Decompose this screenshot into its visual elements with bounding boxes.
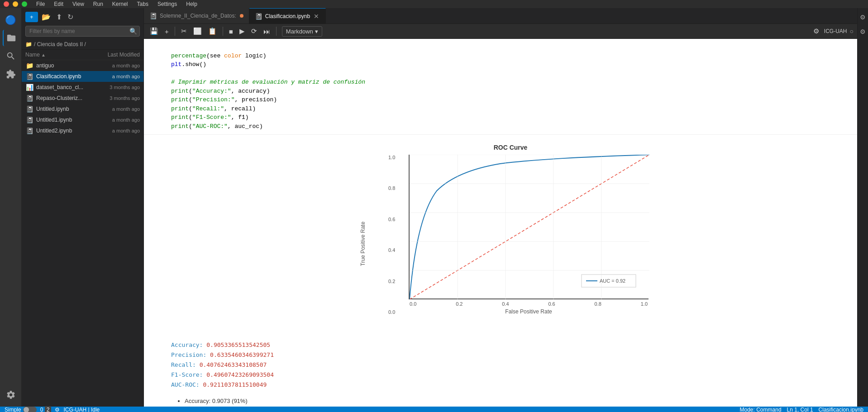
activity-home[interactable]: 🔵 bbox=[3, 12, 19, 28]
x-axis-label: False Positive Rate bbox=[409, 308, 649, 315]
right-panel: ⚙ ⚙ bbox=[857, 8, 868, 407]
x-axis-ticks: 0.0 0.2 0.4 0.6 0.8 1.0 bbox=[409, 301, 649, 307]
folder-icon: 📁 bbox=[25, 62, 33, 70]
add-cell-button[interactable]: + bbox=[162, 26, 171, 37]
cell-count-badge: 0 2 bbox=[40, 407, 52, 412]
chart-title: ROC Curve bbox=[494, 144, 528, 151]
settings-button[interactable]: ⚙ bbox=[811, 26, 821, 37]
y-axis-ticks: 1.0 0.8 0.6 0.4 0.2 0.0 bbox=[388, 155, 395, 315]
minimize-button[interactable] bbox=[13, 1, 18, 7]
status-left: Simple 0 2 ⚙ ICG-UAH | Idle bbox=[5, 407, 100, 412]
roc-svg: AUC = 0.92 bbox=[410, 155, 649, 299]
refresh-button[interactable]: ↻ bbox=[66, 11, 75, 23]
precision-metric: Precision: 0.6335460346399271 bbox=[171, 350, 850, 360]
tab-notebook-icon: 📓 bbox=[149, 12, 157, 19]
notebook-icon: 📓 bbox=[25, 105, 33, 113]
menu-run[interactable]: Run bbox=[90, 0, 107, 8]
code-cell[interactable]: percentage(see color logic) plt.show() #… bbox=[144, 39, 857, 135]
breadcrumb: 📁 / Ciencia de Datos II / bbox=[22, 39, 143, 50]
tab-notebook-icon-active: 📓 bbox=[255, 13, 262, 20]
list-item[interactable]: 📓 Untitled1.ipynb a month ago bbox=[22, 114, 143, 125]
settings-icon-status[interactable]: ⚙ bbox=[55, 407, 60, 412]
roc-curve-chart: AUC = 0.92 bbox=[409, 155, 649, 299]
sort-name-column[interactable]: Name ▲ bbox=[25, 52, 90, 58]
fast-forward-button[interactable]: ⏭ bbox=[261, 26, 272, 37]
menu-view[interactable]: View bbox=[69, 0, 88, 8]
editor-mode-display: Mode: Command bbox=[740, 407, 782, 412]
activity-extensions[interactable] bbox=[3, 66, 19, 82]
file-list: 📁 antiguo a month ago 📓 Clasificacion.ip… bbox=[22, 60, 143, 407]
toolbar-separator-3 bbox=[276, 27, 277, 36]
file-list-header: Name ▲ Last Modified bbox=[22, 50, 143, 60]
extensions-icon bbox=[6, 69, 16, 79]
window-controls[interactable] bbox=[4, 1, 27, 7]
roc-chart-container: ROC Curve True Positive Rate 1.0 0.8 0.6… bbox=[171, 144, 850, 333]
new-button[interactable]: + bbox=[25, 12, 38, 22]
activity-search[interactable] bbox=[3, 48, 19, 64]
dropdown-chevron-icon: ▾ bbox=[315, 28, 318, 35]
right-settings-icon[interactable]: ⚙ bbox=[858, 12, 868, 23]
cell-mode-dropdown[interactable]: Markdown ▾ bbox=[282, 26, 322, 37]
activity-bar: 🔵 bbox=[0, 8, 22, 407]
run-button[interactable]: ▶ bbox=[237, 26, 247, 37]
app-container: 🔵 + 📂 ⬆ ↻ 🔍 📁 / Ciencia de D bbox=[0, 8, 868, 407]
toggle-thumb bbox=[24, 407, 29, 412]
accuracy-metric: Accuracy: 0.9053365513542505 bbox=[171, 340, 850, 350]
upload-button[interactable]: ⬆ bbox=[54, 11, 64, 23]
menu-tabs[interactable]: Tabs bbox=[134, 0, 152, 8]
plus-icon: + bbox=[30, 14, 33, 20]
tab-close-button[interactable]: ✕ bbox=[313, 13, 320, 20]
right-settings-icon-2[interactable]: ⚙ bbox=[858, 26, 868, 37]
activity-files[interactable] bbox=[3, 30, 19, 46]
f1-metric: F1-Score: 0.49607423269093504 bbox=[171, 370, 850, 380]
tab-clasificacion[interactable]: 📓 Clasificacion.ipynb ✕ bbox=[249, 8, 326, 24]
maximize-button[interactable] bbox=[22, 1, 27, 7]
list-item[interactable]: 📊 dataset_banco_cl... 3 months ago bbox=[22, 82, 143, 93]
toggle-track[interactable] bbox=[23, 407, 37, 412]
notebook-icon: 📓 bbox=[25, 94, 33, 102]
copy-button[interactable]: ⬜ bbox=[191, 26, 204, 37]
simple-mode-toggle[interactable]: Simple bbox=[5, 407, 37, 412]
close-button[interactable] bbox=[4, 1, 9, 7]
bullet-accuracy: Accuracy: 0.9073 (91%) bbox=[185, 395, 850, 407]
list-item[interactable]: 📓 Clasificacion.ipynb a month ago bbox=[22, 71, 143, 82]
list-item[interactable]: 📓 Repaso-Clusteriz... 3 months ago bbox=[22, 93, 143, 104]
code-cell-badge: 2 bbox=[45, 406, 52, 412]
activity-settings[interactable] bbox=[3, 387, 19, 403]
main-area: 📓 Solemne_II_Ciencia_de_Datos: 📓 Clasifi… bbox=[144, 8, 857, 407]
restart-button[interactable]: ⟳ bbox=[249, 26, 259, 37]
menu-edit[interactable]: Edit bbox=[50, 0, 67, 8]
list-item[interactable]: 📓 Untitled2.ipynb a month ago bbox=[22, 125, 143, 136]
chart-wrap: True Positive Rate 1.0 0.8 0.6 0.4 0.2 0… bbox=[372, 155, 649, 333]
metrics-bullet-list: Accuracy: 0.9073 (91%) Precision: 0.6685… bbox=[171, 392, 850, 407]
menu-file[interactable]: File bbox=[33, 0, 48, 8]
save-button[interactable]: 💾 bbox=[148, 26, 161, 37]
y-axis-label: True Positive Rate bbox=[360, 222, 366, 266]
cut-button[interactable]: ✂ bbox=[179, 26, 189, 37]
notebook-icon: 📓 bbox=[25, 72, 33, 81]
chart-inner: 1.0 0.8 0.6 0.4 0.2 0.0 bbox=[409, 155, 649, 315]
folder-icon-small: 📁 bbox=[25, 41, 32, 47]
list-item[interactable]: 📓 Untitled.ipynb a month ago bbox=[22, 104, 143, 114]
open-folder-button[interactable]: 📂 bbox=[40, 11, 52, 23]
svg-text:AUC = 0.92: AUC = 0.92 bbox=[600, 278, 625, 284]
menu-help[interactable]: Help bbox=[182, 0, 201, 8]
unsaved-indicator bbox=[240, 14, 243, 18]
status-bar: Simple 0 2 ⚙ ICG-UAH | Idle Mode: Comman… bbox=[0, 407, 868, 412]
menu-settings[interactable]: Settings bbox=[154, 0, 181, 8]
stop-button[interactable]: ■ bbox=[227, 26, 235, 37]
settings-gear-icon bbox=[6, 390, 16, 400]
notebook-content: percentage(see color logic) plt.show() #… bbox=[144, 39, 857, 407]
paste-button[interactable]: 📋 bbox=[206, 26, 219, 37]
list-item[interactable]: 📁 antiguo a month ago bbox=[22, 60, 143, 71]
toolbar-separator-2 bbox=[223, 27, 223, 36]
menu-kernel[interactable]: Kernel bbox=[109, 0, 132, 8]
kernel-status-circle: ○ bbox=[850, 26, 854, 37]
cursor-position-display: Ln 1, Col 1 bbox=[787, 407, 813, 412]
sort-modified-column[interactable]: Last Modified bbox=[90, 52, 140, 58]
folder-icon bbox=[6, 33, 16, 43]
tab-solemne[interactable]: 📓 Solemne_II_Ciencia_de_Datos: bbox=[144, 8, 249, 24]
kernel-name-display: ICG-UAH bbox=[824, 26, 847, 37]
search-input[interactable] bbox=[25, 26, 140, 37]
menu-bar: File Edit View Run Kernel Tabs Settings … bbox=[33, 0, 201, 8]
